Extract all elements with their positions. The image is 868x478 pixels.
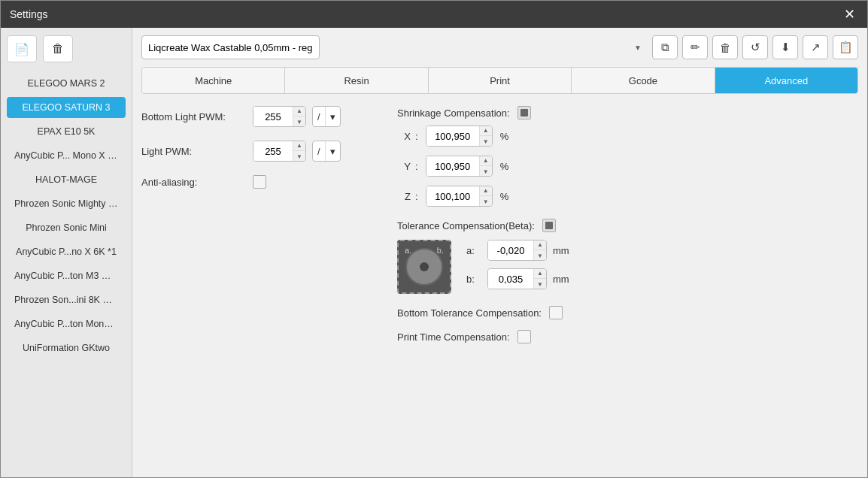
tab-machine[interactable]: Machine (142, 68, 285, 93)
light-divider-label: / (313, 146, 325, 157)
z-input[interactable] (426, 186, 479, 206)
light-pwm-down[interactable]: ▼ (293, 151, 305, 162)
z-input-wrap: ▲ ▼ (426, 186, 493, 207)
copy-profile-button[interactable]: ⧉ (652, 35, 678, 59)
b-up[interactable]: ▲ (534, 268, 546, 279)
bottom-light-pwm-down[interactable]: ▼ (293, 116, 305, 127)
tolerance-circle (405, 248, 443, 286)
profile-select-wrapper: Liqcreate Wax Castable 0,05mm - reg ▼ (141, 35, 648, 59)
sidebar-item-halot-mage[interactable]: HALOT-MAGE (7, 169, 126, 190)
z-up[interactable]: ▲ (480, 186, 492, 196)
main-panel: Liqcreate Wax Castable 0,05mm - reg ▼ ⧉ … (132, 28, 867, 477)
bottom-light-pwm-input[interactable] (253, 107, 293, 126)
tab-gcode[interactable]: Gcode (572, 68, 715, 93)
left-column: Bottom Light PWM: ▲ ▼ / ▾ (141, 106, 367, 354)
y-up[interactable]: ▲ (480, 156, 492, 166)
import-button[interactable]: 📋 (833, 35, 858, 59)
sidebar-item-elegoo-saturn-3[interactable]: ELEGOO SATURN 3 (7, 97, 126, 118)
delete-profile-button[interactable]: 🗑 (43, 35, 73, 62)
anti-aliasing-checkbox[interactable] (253, 175, 266, 189)
a-row: a: ▲ ▼ mm (466, 240, 569, 261)
light-divider-caret-icon: ▾ (325, 141, 340, 161)
x-colon: : (415, 131, 418, 142)
add-icon: 📄 (14, 42, 29, 56)
x-input[interactable] (426, 126, 479, 146)
edit-icon: ✏ (690, 41, 700, 54)
delete-toolbar-button[interactable]: 🗑 (712, 35, 738, 59)
close-button[interactable]: ✕ (840, 5, 858, 23)
shrinkage-checkbox[interactable] (517, 106, 531, 120)
bottom-tolerance-label: Bottom Tolerance Compensation: (397, 307, 542, 319)
sidebar-item-anycubic-m3-max[interactable]: AnyCubic P...ton M3 Max (7, 265, 126, 286)
a-input-wrap: ▲ ▼ (487, 240, 547, 261)
settings-body: Bottom Light PWM: ▲ ▼ / ▾ (141, 106, 858, 354)
tolerance-checkbox[interactable] (542, 219, 556, 232)
sidebar-item-phrozen-8k-s-1[interactable]: Phrozen Son...ini 8K S *1 (7, 289, 126, 310)
light-pwm-label: Light PWM: (141, 146, 247, 157)
import-icon: 📋 (839, 41, 853, 54)
a-input[interactable] (488, 241, 533, 260)
anti-aliasing-row: Anti-aliasing: (141, 175, 367, 189)
profile-select[interactable]: Liqcreate Wax Castable 0,05mm - reg (141, 35, 320, 59)
x-row: X : ▲ ▼ % (397, 126, 858, 147)
sidebar-top-buttons: 📄 🗑 (7, 35, 126, 62)
export-button[interactable]: ↗ (803, 35, 828, 59)
b-input[interactable] (488, 269, 533, 289)
b-label: b: (466, 274, 481, 285)
sidebar-item-anycubic-mono-x[interactable]: AnyCubic P...ton Mono X (7, 313, 126, 334)
download-button[interactable]: ⬇ (772, 35, 798, 59)
tolerance-header: Tolerance Compensation(Beta): (397, 219, 858, 232)
sidebar-item-phrozen-sonic-mini[interactable]: Phrozen Sonic Mini (7, 217, 126, 238)
light-pwm-up[interactable]: ▲ (293, 141, 305, 151)
sidebar-item-epax-e10-5k[interactable]: EPAX E10 5K (7, 121, 126, 142)
edit-profile-button[interactable]: ✏ (682, 35, 708, 59)
add-profile-button[interactable]: 📄 (7, 35, 37, 62)
sidebar-item-anycubic-no-x-6k-1[interactable]: AnyCubic P...no X 6K *1 (7, 241, 126, 262)
sidebar-item-anycubic-mono-x-6k[interactable]: AnyCubic P... Mono X 6K (7, 145, 126, 166)
sidebar-item-phrozen-sonic-mighty-8k[interactable]: Phrozen Sonic Mighty 8K (7, 193, 126, 214)
y-spinners: ▲ ▼ (479, 156, 492, 177)
x-down[interactable]: ▼ (480, 136, 492, 147)
b-row: b: ▲ ▼ mm (466, 268, 569, 289)
print-time-row: Print Time Compensation: (397, 330, 858, 343)
print-time-checkbox[interactable] (517, 330, 531, 343)
tab-print[interactable]: Print (429, 68, 572, 93)
b-unit: mm (553, 274, 569, 285)
refresh-button[interactable]: ↺ (742, 35, 768, 59)
bottom-tolerance-checkbox[interactable] (549, 306, 563, 319)
sidebar-item-uniformation-gktwo[interactable]: UniFormation GKtwo (7, 337, 126, 358)
b-input-wrap: ▲ ▼ (487, 268, 547, 289)
divider-label: / (313, 111, 325, 123)
x-up[interactable]: ▲ (480, 126, 492, 136)
tab-advanced[interactable]: Advanced (715, 68, 857, 93)
anti-aliasing-label: Anti-aliasing: (141, 177, 247, 188)
x-spinners: ▲ ▼ (479, 126, 492, 147)
select-arrow-icon: ▼ (634, 44, 642, 52)
a-down[interactable]: ▼ (534, 250, 546, 261)
x-input-wrap: ▲ ▼ (426, 126, 493, 147)
bottom-light-pwm-up[interactable]: ▲ (293, 106, 305, 116)
bottom-light-pwm-divider[interactable]: / ▾ (312, 106, 341, 127)
z-spinners: ▲ ▼ (479, 186, 492, 207)
light-pwm-input[interactable] (253, 141, 293, 161)
tolerance-label: Tolerance Compensation(Beta): (397, 220, 535, 231)
bottom-light-pwm-label: Bottom Light PWM: (141, 111, 247, 123)
a-up[interactable]: ▲ (534, 240, 546, 250)
ab-fields: a: ▲ ▼ mm (466, 240, 569, 289)
y-down[interactable]: ▼ (480, 166, 492, 177)
y-input[interactable] (426, 156, 479, 176)
y-unit: % (500, 161, 509, 172)
x-axis-label: X (397, 131, 411, 142)
light-pwm-divider[interactable]: / ▾ (312, 141, 341, 162)
y-input-wrap: ▲ ▼ (426, 156, 493, 177)
window-title: Settings (10, 8, 48, 20)
z-axis-label: Z (397, 191, 411, 202)
z-down[interactable]: ▼ (480, 196, 492, 207)
print-time-label: Print Time Compensation: (397, 331, 510, 343)
title-bar: Settings ✕ (1, 1, 867, 28)
right-column: Shrinkage Compensation: X : ▲ ▼ (397, 106, 858, 354)
light-pwm-input-wrap: ▲ ▼ (253, 141, 306, 162)
sidebar-item-elegoo-mars-2[interactable]: ELEGOO MARS 2 (7, 73, 126, 94)
tab-resin[interactable]: Resin (285, 68, 428, 93)
b-down[interactable]: ▼ (534, 279, 546, 289)
